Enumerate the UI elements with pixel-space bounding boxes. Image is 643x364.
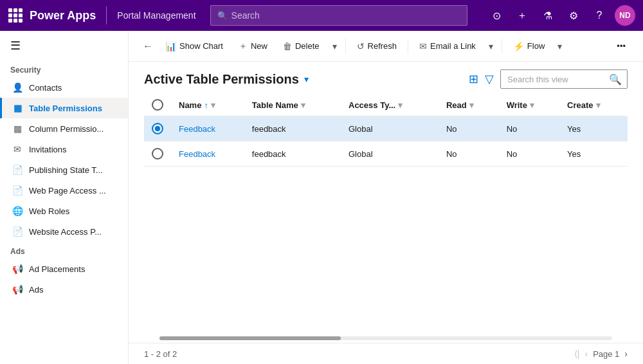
email-dropdown[interactable]: ▾: [484, 37, 498, 56]
sidebar-item-ads[interactable]: 📢Ads: [0, 279, 128, 300]
sidebar-toggle[interactable]: ☰: [0, 31, 128, 60]
more-icon: •••: [617, 41, 626, 51]
page-title-dropdown[interactable]: ▾: [304, 74, 309, 84]
radio-circle-1[interactable]: [152, 148, 163, 159]
waffle-menu[interactable]: [8, 8, 23, 23]
accesstype-column-header[interactable]: Access Ty...▾: [341, 94, 439, 116]
main-content: Active Table Permissions ▾ ⊞ ▽ 🔍: [129, 62, 643, 364]
read-column-header[interactable]: Read▾: [439, 94, 499, 116]
new-button[interactable]: ＋ New: [231, 36, 275, 57]
search-this-view-input[interactable]: [501, 75, 604, 84]
write-column-header[interactable]: Write▾: [499, 94, 559, 116]
flow-icon: ⚡: [513, 41, 524, 51]
name-cell-1[interactable]: Feedback: [171, 141, 244, 167]
first-page-btn[interactable]: ⟨|: [574, 349, 580, 359]
scroll-area: [129, 334, 643, 343]
name-column-header[interactable]: Name ↑ ▾: [171, 94, 244, 116]
delete-dropdown[interactable]: ▾: [328, 37, 341, 56]
table-footer: 1 - 2 of 2 ⟨| ‹ Page 1 ›: [129, 343, 643, 364]
filter-icon[interactable]: ▽: [485, 72, 494, 86]
sidebar-item-contacts[interactable]: 👤Contacts: [0, 77, 128, 98]
delete-button[interactable]: 🗑 Delete: [276, 37, 327, 56]
table-permissions-icon: ▦: [12, 103, 23, 113]
global-search[interactable]: 🔍: [210, 5, 467, 26]
table-row[interactable]: FeedbackfeedbackGlobalNoNoYes: [144, 116, 628, 141]
web-roles-icon: 🌐: [12, 206, 23, 216]
toolbar: ← 📊 Show Chart ＋ New 🗑 Delete ▾ ↺ Refres…: [129, 31, 643, 62]
search-this-view[interactable]: 🔍: [500, 69, 628, 89]
tablename-column-header[interactable]: Table Name▾: [244, 94, 341, 116]
refresh-icon: ↺: [357, 41, 365, 51]
sidebar-item-web-page-access[interactable]: 📄Web Page Access ...: [0, 180, 128, 201]
scroll-thumb[interactable]: [159, 336, 341, 340]
web-roles-label: Web Roles: [29, 206, 69, 216]
table-container: Name ↑ ▾ Table Name▾ Access Ty...▾: [129, 94, 643, 334]
nav-divider: [106, 6, 107, 24]
contacts-icon: 👤: [12, 82, 23, 93]
scroll-track[interactable]: [159, 336, 612, 340]
sidebar-item-web-roles[interactable]: 🌐Web Roles: [0, 201, 128, 221]
back-button[interactable]: ←: [139, 37, 157, 56]
invitations-label: Invitations: [29, 145, 67, 154]
sidebar-item-publishing-state[interactable]: 📄Publishing State T...: [0, 159, 128, 180]
email-link-button[interactable]: ✉ Email a Link: [412, 37, 483, 56]
row-selector-1[interactable]: [144, 141, 171, 167]
name-cell-0[interactable]: Feedback: [171, 116, 244, 141]
target-icon[interactable]: ⊙: [486, 5, 507, 26]
publishing-state-label: Publishing State T...: [29, 165, 103, 175]
read-cell-0: No: [439, 116, 499, 141]
table-permissions-label: Table Permissions: [29, 104, 102, 113]
help-icon[interactable]: ?: [589, 5, 610, 26]
sidebar-item-column-permissions[interactable]: ▦Column Permissio...: [0, 118, 128, 139]
radio-circle-0[interactable]: [152, 123, 163, 134]
search-icon: 🔍: [217, 11, 228, 21]
sidebar-section-security: Security: [0, 60, 128, 77]
flow-button[interactable]: ⚡ Flow: [506, 37, 552, 56]
search-this-view-button[interactable]: 🔍: [604, 70, 627, 88]
more-button[interactable]: •••: [610, 37, 633, 55]
show-chart-button[interactable]: 📊 Show Chart: [158, 37, 230, 56]
sidebar-item-ad-placements[interactable]: 📢Ad Placements: [0, 259, 128, 279]
website-access-label: Website Access P...: [29, 227, 102, 237]
web-page-access-icon: 📄: [12, 185, 23, 196]
sidebar-item-invitations[interactable]: ✉Invitations: [0, 139, 128, 159]
refresh-button[interactable]: ↺ Refresh: [350, 37, 404, 56]
page-info: 1 - 2 of 2: [144, 349, 177, 359]
avatar[interactable]: ND: [615, 5, 635, 26]
toolbar-separator-1: [345, 39, 346, 54]
prev-page-btn[interactable]: ‹: [584, 349, 588, 359]
page-header: Active Table Permissions ▾ ⊞ ▽ 🔍: [129, 62, 643, 94]
write-cell-0: No: [499, 116, 559, 141]
next-page-btn[interactable]: ›: [624, 349, 628, 359]
plus-icon[interactable]: ＋: [512, 5, 532, 26]
column-permissions-label: Column Permissio...: [29, 124, 104, 134]
ads-icon: 📢: [12, 284, 23, 295]
pagination: ⟨| ‹ Page 1 ›: [574, 349, 628, 359]
toolbar-separator-3: [502, 39, 502, 54]
accesstype-cell-1: Global: [341, 141, 439, 167]
page-label: Page 1: [593, 349, 619, 359]
nav-icons: ⊙ ＋ ⚗ ⚙ ? ND: [486, 5, 635, 26]
toolbar-separator-2: [408, 39, 408, 54]
create-column-header[interactable]: Create▾: [559, 94, 628, 116]
global-search-input[interactable]: [231, 10, 460, 21]
page-title-area: Active Table Permissions ▾: [144, 72, 309, 87]
header-actions: ⊞ ▽ 🔍: [469, 69, 628, 89]
row-selector-0[interactable]: [144, 116, 171, 141]
table-header-row: Name ↑ ▾ Table Name▾ Access Ty...▾: [144, 94, 628, 116]
filter-icon[interactable]: ⚗: [538, 5, 558, 26]
sidebar-item-website-access[interactable]: 📄Website Access P...: [0, 221, 128, 242]
invitations-icon: ✉: [12, 144, 23, 154]
contacts-label: Contacts: [29, 83, 62, 93]
create-cell-1: Yes: [559, 141, 628, 167]
flow-dropdown[interactable]: ▾: [553, 37, 566, 56]
table-row[interactable]: FeedbackfeedbackGlobalNoNoYes: [144, 141, 628, 167]
settings-icon[interactable]: ⚙: [563, 5, 584, 26]
header-checkbox[interactable]: [152, 99, 163, 111]
columns-icon[interactable]: ⊞: [469, 72, 478, 86]
chart-icon: 📊: [165, 41, 176, 51]
plus-icon-btn: ＋: [239, 41, 248, 52]
sidebar-item-table-permissions[interactable]: ▦Table Permissions: [0, 98, 128, 118]
email-icon: ✉: [419, 41, 427, 51]
content-area: ← 📊 Show Chart ＋ New 🗑 Delete ▾ ↺ Refres…: [129, 31, 643, 364]
